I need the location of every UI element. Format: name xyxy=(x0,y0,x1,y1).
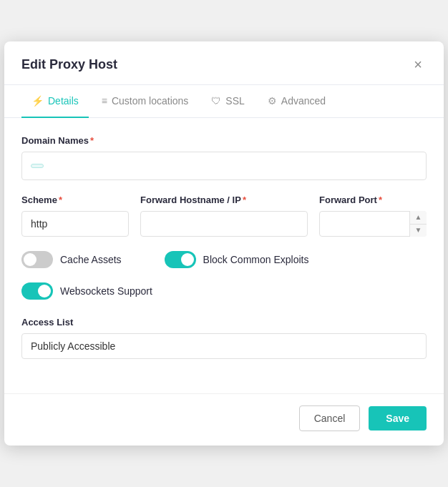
tab-advanced-label: Advanced xyxy=(281,95,326,107)
forward-port-spinbox: ▲ ▼ xyxy=(319,211,427,237)
save-button[interactable]: Save xyxy=(369,406,427,431)
cache-assets-label: Cache Assets xyxy=(60,254,122,265)
advanced-icon: ⚙ xyxy=(268,95,277,107)
three-col-row: Scheme* Forward Hostname / IP* Forward P… xyxy=(21,195,427,237)
tab-details-label: Details xyxy=(48,95,79,107)
cache-assets-slider xyxy=(21,251,53,268)
spin-down-button[interactable]: ▼ xyxy=(410,225,427,237)
tab-custom-locations-label: Custom locations xyxy=(112,95,188,107)
domain-names-label: Domain Names* xyxy=(21,135,427,146)
tabs-bar: ⚡ Details ≡ Custom locations 🛡 SSL ⚙ Adv… xyxy=(4,85,444,118)
access-list-label: Access List xyxy=(21,317,427,328)
block-exploits-toggle[interactable] xyxy=(165,251,196,268)
modal-title: Edit Proxy Host xyxy=(21,57,117,72)
block-exploits-label: Block Common Exploits xyxy=(203,254,309,265)
block-exploits-slider xyxy=(165,251,196,268)
tab-ssl-label: SSL xyxy=(225,95,244,107)
tab-ssl[interactable]: 🛡 SSL xyxy=(201,85,254,118)
cache-assets-toggle-item: Cache Assets xyxy=(21,251,122,268)
scheme-field: Scheme* xyxy=(21,195,129,237)
modal-header: Edit Proxy Host × xyxy=(4,41,444,85)
close-button[interactable]: × xyxy=(409,56,427,73)
cancel-button[interactable]: Cancel xyxy=(299,405,361,431)
toggles-row-1: Cache Assets Block Common Exploits xyxy=(21,251,427,268)
tab-details[interactable]: ⚡ Details xyxy=(21,85,89,118)
access-list-field: Access List Publicly Accessible xyxy=(21,317,427,359)
modal-overlay: Edit Proxy Host × ⚡ Details ≡ Custom loc… xyxy=(0,0,448,487)
ssl-icon: 🛡 xyxy=(211,95,221,107)
tab-advanced[interactable]: ⚙ Advanced xyxy=(258,85,336,118)
scheme-input[interactable] xyxy=(21,211,129,237)
forward-port-label: Forward Port* xyxy=(319,195,427,205)
modal-dialog: Edit Proxy Host × ⚡ Details ≡ Custom loc… xyxy=(4,41,444,446)
forward-hostname-label: Forward Hostname / IP* xyxy=(140,195,308,205)
modal-body: Domain Names* Scheme* Forward Hostname /… xyxy=(4,118,444,385)
forward-port-field: Forward Port* ▲ ▼ xyxy=(319,195,427,237)
websockets-label: Websockets Support xyxy=(60,285,152,297)
access-list-select[interactable]: Publicly Accessible xyxy=(21,333,427,359)
websockets-row: Websockets Support xyxy=(21,282,427,300)
details-icon: ⚡ xyxy=(31,95,44,107)
domain-tag xyxy=(31,164,44,168)
websockets-toggle[interactable] xyxy=(21,282,53,300)
custom-locations-icon: ≡ xyxy=(102,95,107,107)
scheme-label: Scheme* xyxy=(21,195,129,205)
domain-names-input[interactable] xyxy=(21,152,427,180)
block-exploits-toggle-item: Block Common Exploits xyxy=(165,251,309,268)
domain-names-field: Domain Names* xyxy=(21,135,427,180)
forward-hostname-input[interactable] xyxy=(140,211,308,237)
websockets-slider xyxy=(21,282,53,300)
spin-up-button[interactable]: ▲ xyxy=(410,211,427,225)
modal-footer: Cancel Save xyxy=(4,393,444,446)
tab-custom-locations[interactable]: ≡ Custom locations xyxy=(92,85,199,118)
cache-assets-toggle[interactable] xyxy=(21,251,53,268)
forward-hostname-field: Forward Hostname / IP* xyxy=(140,195,308,237)
